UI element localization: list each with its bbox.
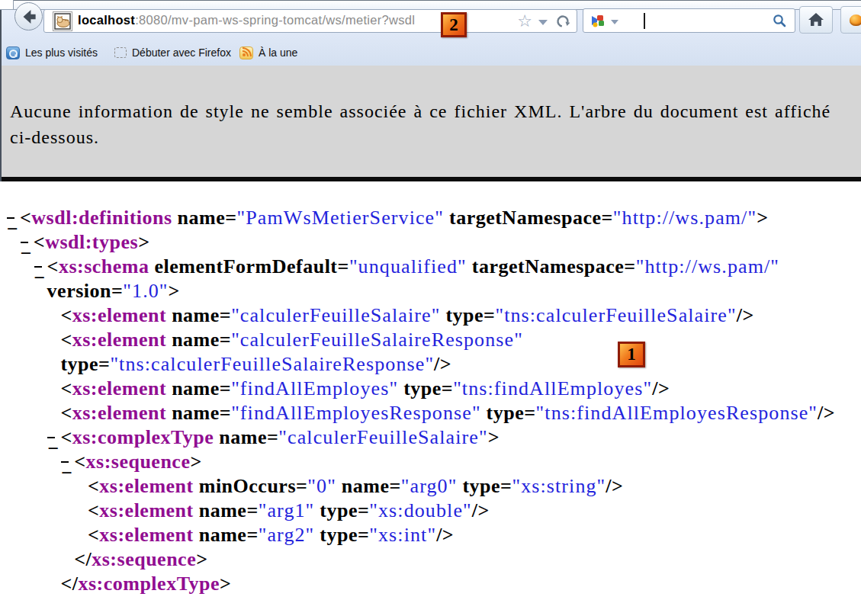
bookmark-label: À la une xyxy=(259,47,297,59)
search-engine-dropdown-icon[interactable] xyxy=(611,20,618,24)
home-icon xyxy=(808,12,824,27)
xml-line: −<xs:sequence> xyxy=(0,450,861,474)
reload-icon[interactable] xyxy=(555,14,570,29)
notice-text: Aucune information de style ne semble as… xyxy=(10,101,830,147)
xml-line: <xs:element minOccurs="0" name="arg0" ty… xyxy=(0,474,861,499)
dashed-placeholder-icon xyxy=(114,47,127,58)
back-arrow-icon xyxy=(20,8,38,26)
xml-line: <xs:element name="calculerFeuilleSalaire… xyxy=(0,303,861,328)
firefox-window: localhost:8080/mv-pam-ws-spring-tomcat/w… xyxy=(0,0,861,616)
xml-tree: −<wsdl:definitions name="PamWsMetierServ… xyxy=(0,181,861,596)
xml-line: −<xs:complexType name="calculerFeuilleSa… xyxy=(0,425,861,450)
xml-line: <xs:element name="findAllEmployes" type=… xyxy=(0,377,861,401)
collapse-toggle[interactable]: − xyxy=(21,242,28,243)
url-host: localhost xyxy=(78,13,135,27)
xml-line: type="tns:calculerFeuilleSalaireResponse… xyxy=(0,352,861,377)
xml-line: −<xs:schema elementFormDefault="unqualif… xyxy=(0,255,861,279)
xml-line: <xs:element name="arg2" type="xs:int"/> xyxy=(0,523,861,547)
collapse-toggle[interactable]: − xyxy=(61,461,69,463)
xml-line: <xs:element name="findAllEmployesRespons… xyxy=(0,401,861,425)
url-bar[interactable]: localhost:8080/mv-pam-ws-spring-tomcat/w… xyxy=(43,9,577,33)
most-visited-icon xyxy=(6,47,20,59)
google-engine-icon[interactable] xyxy=(590,13,606,28)
search-bar[interactable] xyxy=(583,8,795,33)
url-path: :8080/mv-pam-ws-spring-tomcat/ws/metier?… xyxy=(135,13,415,27)
bookmarks-toolbar: Les plus visités Débuter avec Firefox À … xyxy=(0,40,861,66)
xml-line: <xs:element name="calculerFeuilleSalaire… xyxy=(0,328,861,352)
firebug-icon xyxy=(850,14,861,26)
xml-line: </xs:sequence> xyxy=(0,547,861,572)
browser-chrome: localhost:8080/mv-pam-ws-spring-tomcat/w… xyxy=(0,0,861,66)
window-left-border xyxy=(0,10,2,181)
home-button[interactable] xyxy=(799,6,833,34)
xml-line: version="1.0"> xyxy=(0,279,861,303)
annotation-badge-1: 1 xyxy=(618,342,645,367)
tomcat-favicon-icon xyxy=(54,13,71,30)
annotation-badge-2: 2 xyxy=(441,12,467,37)
bookmark-label: Les plus visités xyxy=(25,47,98,59)
text-caret xyxy=(644,13,645,29)
bookmark-getting-started[interactable]: Débuter avec Firefox xyxy=(114,40,231,66)
bookmark-most-visited[interactable]: Les plus visités xyxy=(6,40,98,66)
firebug-button[interactable] xyxy=(840,6,861,34)
reload-arrow-icon xyxy=(554,12,571,30)
urlbar-dropdown-icon[interactable] xyxy=(538,20,548,25)
xml-line: <xs:element name="arg1" type="xs:double"… xyxy=(0,499,861,523)
rss-feed-icon xyxy=(239,47,253,59)
xml-line: −<wsdl:definitions name="PamWsMetierServ… xyxy=(0,206,861,230)
bookmark-star-icon[interactable]: ☆ xyxy=(517,11,532,32)
search-magnifier-icon[interactable] xyxy=(772,13,787,28)
magnifier-icon xyxy=(772,13,787,28)
bookmark-latest-headlines[interactable]: À la une xyxy=(239,40,297,66)
xml-style-notice: Aucune information de style ne semble as… xyxy=(0,66,861,177)
collapse-toggle[interactable]: − xyxy=(34,266,42,268)
url-text[interactable]: localhost:8080/mv-pam-ws-spring-tomcat/w… xyxy=(78,13,415,27)
xml-line: −<wsdl:types> xyxy=(0,230,861,255)
collapse-toggle[interactable]: − xyxy=(7,217,14,219)
window-corner xyxy=(0,0,14,9)
bookmark-label: Débuter avec Firefox xyxy=(132,47,231,59)
google-logo-icon xyxy=(590,13,606,28)
collapse-toggle[interactable]: − xyxy=(47,437,55,438)
back-button[interactable] xyxy=(14,2,43,30)
xml-line: </xs:complexType> xyxy=(0,572,861,596)
site-favicon[interactable] xyxy=(53,11,72,31)
